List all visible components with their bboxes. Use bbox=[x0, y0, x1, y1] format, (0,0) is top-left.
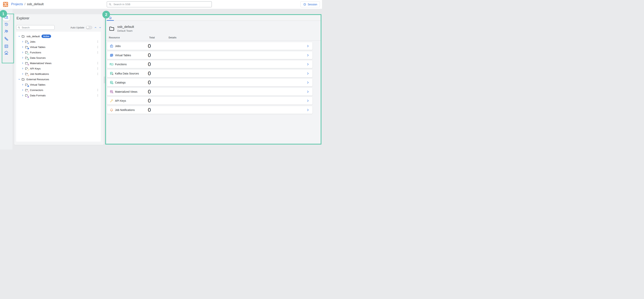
chevron-right-icon[interactable] bbox=[306, 54, 309, 57]
explorer-search[interactable] bbox=[16, 25, 54, 30]
left-icon-rail bbox=[0, 9, 12, 149]
tree-item-data-formats[interactable]: Data Formats bbox=[16, 93, 101, 98]
expand-all-icon[interactable] bbox=[99, 26, 102, 29]
collapse-all-icon[interactable] bbox=[94, 26, 97, 29]
folder-icon bbox=[25, 56, 28, 59]
tree-item-external-resources[interactable]: External Resources bbox=[16, 77, 101, 82]
kebab-menu-icon[interactable] bbox=[96, 88, 99, 91]
annotation-circle-2: 2 bbox=[102, 11, 110, 18]
resource-label: Jobs bbox=[115, 42, 121, 50]
active-badge: Active bbox=[42, 34, 51, 38]
auto-update-toggle[interactable] bbox=[86, 26, 92, 29]
table-header-separator bbox=[106, 40, 321, 41]
tree-item-api-keys[interactable]: API Keys bbox=[16, 66, 101, 71]
resource-row-kafka-data-sources[interactable]: Kafka Data Sources0 bbox=[107, 70, 312, 77]
api-key-icon bbox=[27, 69, 29, 71]
chevron-right-icon[interactable] bbox=[22, 57, 24, 59]
resource-row-materialized-views[interactable]: Materialized Views0 bbox=[107, 88, 312, 96]
tree-item-label: Data Formats bbox=[30, 94, 46, 97]
folder-icon: f() bbox=[25, 51, 28, 54]
tree-item-virtual-tables[interactable]: Virtual Tables bbox=[16, 44, 101, 50]
resource-row-virtual-tables[interactable]: Virtual Tables0 bbox=[107, 51, 312, 59]
resource-label: Kafka Data Sources bbox=[115, 70, 139, 77]
chevron-right-icon[interactable] bbox=[22, 73, 24, 75]
global-search-input[interactable] bbox=[113, 3, 210, 6]
tree-item-connectors[interactable]: Connectors bbox=[16, 87, 101, 93]
ssb-app: Projects / ssb_default Session 1 Explore… bbox=[0, 0, 322, 149]
rail-item-teams[interactable] bbox=[3, 28, 10, 35]
chevron-right-icon[interactable] bbox=[306, 99, 309, 102]
kebab-menu-icon[interactable] bbox=[96, 67, 99, 70]
tree-item-ssb-default[interactable]: ssb_defaultActive bbox=[16, 33, 101, 39]
breadcrumb-projects-link[interactable]: Projects bbox=[11, 2, 23, 6]
chevron-right-icon[interactable] bbox=[22, 46, 24, 48]
rail-item-history[interactable] bbox=[3, 21, 10, 28]
tab-bar bbox=[106, 15, 321, 21]
breadcrumb: Projects / ssb_default bbox=[11, 2, 44, 6]
catalog-database-icon bbox=[110, 81, 114, 84]
global-search[interactable] bbox=[107, 1, 212, 7]
kebab-menu-icon[interactable] bbox=[96, 72, 99, 75]
resource-row-jobs[interactable]: Jobs0 bbox=[107, 42, 312, 50]
chevron-right-icon[interactable] bbox=[306, 90, 309, 93]
kebab-menu-icon[interactable] bbox=[96, 94, 99, 97]
chevron-right-icon[interactable] bbox=[22, 89, 24, 91]
kebab-menu-icon[interactable] bbox=[96, 51, 99, 54]
tree-item-jobs[interactable]: Jobs bbox=[16, 39, 101, 44]
tree-item-functions[interactable]: f()Functions bbox=[16, 50, 101, 55]
chevron-down-icon[interactable] bbox=[18, 78, 20, 80]
chevron-right-icon[interactable] bbox=[22, 40, 24, 43]
rail-item-pipelines[interactable] bbox=[3, 35, 10, 42]
tree-item-virtual-tables[interactable]: Virtual Tables bbox=[16, 82, 101, 87]
chevron-right-icon[interactable] bbox=[22, 94, 24, 96]
session-button[interactable]: Session bbox=[300, 1, 320, 7]
chevron-right-icon[interactable] bbox=[22, 51, 24, 53]
chevron-right-icon[interactable] bbox=[306, 81, 309, 84]
pipeline-icon bbox=[4, 37, 8, 41]
project-name: ssb_default bbox=[117, 25, 134, 29]
project-team: Default Team bbox=[117, 29, 134, 32]
connector-antenna-icon bbox=[27, 91, 29, 92]
resource-row-api-keys[interactable]: API Keys0 bbox=[107, 97, 312, 105]
tree-item-data-sources[interactable]: Data Sources bbox=[16, 55, 101, 60]
active-tab-indicator bbox=[107, 20, 114, 21]
tree-item-label: Job Notifications bbox=[30, 72, 49, 75]
folder-icon bbox=[25, 94, 28, 97]
resource-total: 0 bbox=[148, 51, 151, 59]
notification-bell-icon bbox=[27, 74, 29, 76]
kebab-menu-icon[interactable] bbox=[96, 45, 99, 48]
history-icon bbox=[4, 22, 8, 26]
kebab-menu-icon[interactable] bbox=[96, 40, 99, 43]
resource-row-job-notifications[interactable]: Job Notifications0 bbox=[107, 106, 312, 114]
resource-row-catalogs[interactable]: Catalogs0 bbox=[107, 79, 312, 86]
folder-icon bbox=[25, 88, 28, 92]
chevron-right-icon[interactable] bbox=[306, 45, 309, 48]
chevron-right-icon[interactable] bbox=[22, 83, 24, 86]
chevron-right-icon[interactable] bbox=[22, 62, 24, 64]
explorer-controls: Auto Update bbox=[16, 25, 102, 30]
kebab-menu-icon[interactable] bbox=[96, 62, 99, 65]
tree-item-job-notifications[interactable]: Job Notifications bbox=[16, 71, 101, 77]
folder-icon bbox=[22, 35, 25, 38]
api-key-icon bbox=[110, 99, 114, 103]
chevron-right-icon[interactable] bbox=[306, 108, 309, 111]
auto-update-label: Auto Update bbox=[70, 26, 84, 29]
resource-row-functions[interactable]: f()Functions0 bbox=[107, 60, 312, 68]
explorer-title: Explorer bbox=[16, 16, 30, 20]
function-icon: f() bbox=[110, 63, 114, 66]
table-header: Resource Total Details bbox=[106, 36, 321, 39]
tree-item-materialized-views[interactable]: Materialized Views bbox=[16, 60, 101, 66]
rail-item-cloud-services[interactable] bbox=[3, 49, 10, 56]
chevron-right-icon[interactable] bbox=[306, 63, 309, 66]
folder-icon bbox=[22, 78, 25, 81]
chevron-right-icon[interactable] bbox=[22, 67, 24, 70]
details-icon bbox=[4, 44, 8, 48]
tree-item-label: Data Sources bbox=[30, 56, 46, 59]
chevron-down-icon[interactable] bbox=[18, 35, 20, 37]
explorer-search-input[interactable] bbox=[21, 26, 53, 29]
resource-total: 0 bbox=[148, 42, 151, 50]
chevron-right-icon[interactable] bbox=[306, 72, 309, 75]
rail-item-console[interactable] bbox=[3, 43, 10, 50]
panel-resize-handle[interactable] bbox=[104, 77, 105, 83]
tree-item-label: ssb_default bbox=[26, 35, 40, 38]
